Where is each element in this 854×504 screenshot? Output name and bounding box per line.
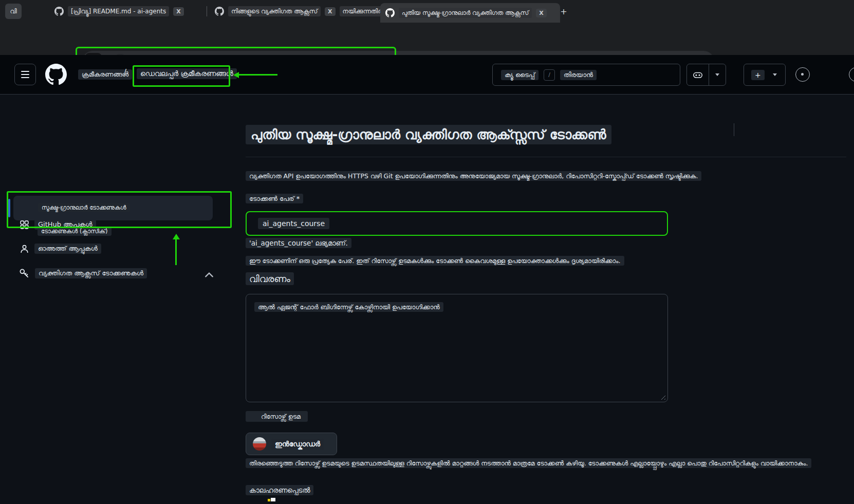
chevron-down-icon[interactable]	[709, 73, 726, 76]
github-logo-icon[interactable]	[45, 64, 67, 85]
annotation-breadcrumb-box	[133, 65, 230, 87]
sidebar-item-label: വ്യക്തിഗത ആക്സസ് ടോക്കണുകൾ	[35, 268, 147, 278]
search-placeholder-1: ക്യൂ ടൈപ്പ്	[501, 70, 539, 80]
expiration-label: കാലഹരണപ്പെടൽ	[246, 486, 313, 495]
token-name-input[interactable]: ai_agents_course	[246, 211, 668, 236]
person-icon	[20, 244, 29, 254]
expiration-control-fragment	[268, 499, 270, 501]
expiration-control-fragment	[271, 498, 275, 501]
resize-grip-icon[interactable]	[659, 394, 665, 400]
copilot-robot-icon[interactable]	[687, 69, 709, 81]
browser-tab-pat-settings[interactable]: നിങ്ങളുടെ വ്യക്തിഗത ആക്സസ് X നയിക്കുന്നത…	[210, 3, 387, 20]
slash-keycap: /	[544, 69, 555, 81]
chevron-up-icon[interactable]	[205, 271, 214, 278]
tab-title: [പ്രിവ്യൂ] README.md - ai-agents	[68, 6, 169, 16]
new-tab-button[interactable]: +	[558, 5, 570, 17]
browser-tab-new-token-active[interactable]: പുതിയ സൂക്ഷ്മ-ഗ്രാനുലാർ വ്യക്തിഗത ആക്സസ്…	[380, 3, 560, 23]
tab-divider	[207, 6, 207, 16]
resource-owner-dropdown[interactable]: ഇൻഡ്കോഡർ	[246, 433, 337, 455]
page-title: പുതിയ സൂക്ഷ്മ-ഗ്രാനുലാർ വ്യക്തിഗത ആക്സ്സ…	[246, 127, 611, 143]
token-name-value: ai_agents_course	[258, 218, 329, 229]
github-favicon	[54, 7, 64, 16]
breadcrumb-separator: /	[124, 68, 126, 77]
copilot-menu-button[interactable]	[686, 64, 726, 86]
title-divider	[246, 157, 846, 157]
description-label: വിവരണം	[246, 273, 294, 285]
browser-tab-readme[interactable]: [പ്രിവ്യൂ] README.md - ai-agents X	[49, 3, 216, 20]
search-input[interactable]: ക്യൂ ടൈപ്പ് / തിരയാൻ	[492, 64, 680, 86]
avatar-partial-icon[interactable]	[849, 67, 854, 82]
github-header: ക്രമീകരണങ്ങൾ / ഡെവലപ്പർ ക്രമീകരണങ്ങൾ ക്യ…	[0, 55, 854, 95]
search-placeholder-2: തിരയാൻ	[560, 70, 597, 80]
description-value: ആൽ ഏജന്റ് ഫോർ ബിഗിന്നേഴ്സ് കോഴ്സിനായി ഉപ…	[254, 302, 443, 312]
header-divider	[734, 123, 734, 136]
issue-circle-icon[interactable]	[795, 67, 810, 82]
create-new-button[interactable]: +	[744, 64, 786, 86]
description-textarea[interactable]: ആൽ ഏജന്റ് ഫോർ ബിഗിന്നേഴ്സ് കോഴ്സിനായി ഉപ…	[246, 294, 668, 402]
avatar	[253, 437, 266, 451]
tab-title: പുതിയ സൂക്ഷ്മ-ഗ്രാനുലാർ വ്യക്തിഗത ആക്സസ്	[399, 8, 532, 18]
hamburger-menu-icon[interactable]	[14, 64, 36, 85]
tab-title: നിങ്ങളുടെ വ്യക്തിഗത ആക്സസ്	[228, 6, 321, 16]
form-intro-text: വ്യക്തിഗത API ഉപയോഗത്തിനും HTTPS വഴി Git…	[246, 172, 701, 180]
sidebar-item-label: ഓഅത്ത് ആപ്പുകൾ	[34, 244, 101, 254]
token-name-availability: 'ai_agents_course' ലഭ്യമാണ്.	[246, 239, 351, 248]
annotation-sidebar-box	[7, 191, 232, 228]
tab-close-icon[interactable]: X	[536, 9, 546, 17]
token-name-help: ഈ ടോക്കണിന് ഒരു പ്രത്യേക പേര്. ഇത് റിസോഴ…	[246, 257, 624, 265]
sidebar-item-personal-access-tokens[interactable]: വ്യക്തിഗത ആക്സസ് ടോക്കണുകൾ	[18, 268, 147, 279]
resource-owner-value: ഇൻഡ്കോഡർ	[271, 439, 324, 450]
resource-owner-help: തിരഞ്ഞെടുത്ത റിസോഴ്സ് ഉടമയുടെ ഉടമസ്ഥതയില…	[246, 459, 811, 468]
browser-profile-button[interactable]: വി	[5, 4, 22, 19]
browser-toolbar: Ô https://github.com/settings/personal-a…	[0, 23, 854, 55]
tab-close-icon[interactable]: X	[173, 7, 183, 16]
tab-close-icon[interactable]: X	[325, 7, 335, 16]
settings-sidebar: GitHub ആപ്പുകൾ ഓഅത്ത് ആപ്പുകൾ വ്യക്തിഗത …	[0, 94, 242, 504]
plus-icon[interactable]: +	[751, 70, 765, 80]
token-name-label: ടോക്കൺ പേര് *	[246, 195, 303, 203]
annotation-arrow-breadcrumb	[233, 72, 239, 78]
github-favicon	[385, 8, 395, 17]
sidebar-item-oauth-apps[interactable]: ഓഅത്ത് ആപ്പുകൾ	[20, 244, 101, 254]
resource-owner-label: റിസോഴ്സ് ഉടമ	[246, 413, 308, 421]
key-icon	[18, 268, 30, 279]
chevron-down-icon[interactable]	[765, 73, 785, 76]
github-favicon	[215, 7, 224, 16]
browser-tab-strip: വി [പ്രിവ്യൂ] README.md - ai-agents X നി…	[0, 0, 854, 23]
